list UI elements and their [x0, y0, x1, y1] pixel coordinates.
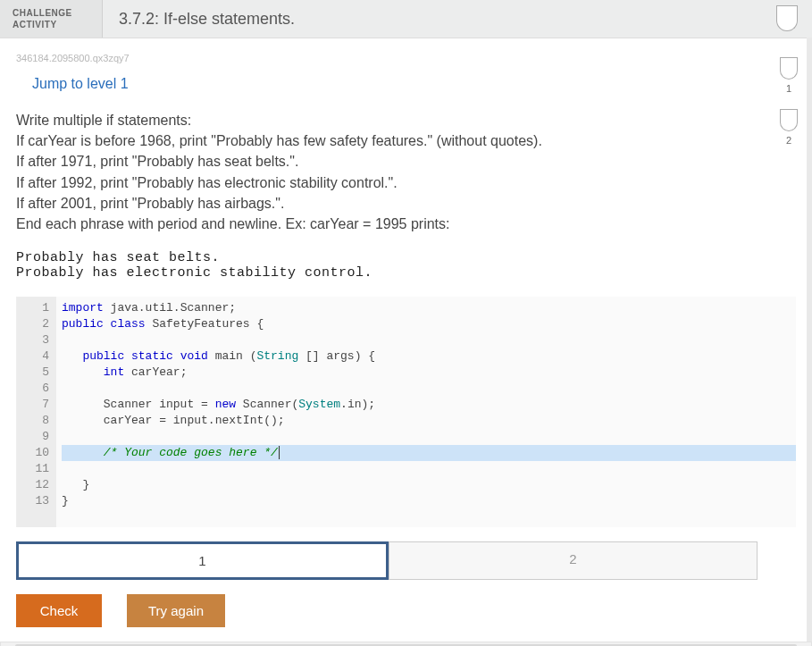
code-line[interactable]: [62, 381, 796, 397]
challenge-activity-label: CHALLENGE ACTIVITY: [0, 0, 103, 38]
label-line2: ACTIVITY: [13, 19, 89, 30]
step-tab-1[interactable]: 1: [16, 541, 389, 580]
level-2-badge[interactable]: 2: [780, 110, 798, 146]
line-gutter: 1 2 3 4 5 6 7 8 9 10 11 12 13: [17, 297, 56, 527]
content-area: 346184.2095800.qx3zqy7 Jump to level 1 1…: [0, 38, 812, 627]
prompt-line: If after 2001, print "Probably has airba…: [16, 193, 751, 214]
code-line-highlighted[interactable]: /* Your code goes here */: [62, 445, 796, 461]
lineno: 11: [24, 461, 49, 477]
lineno: 9: [24, 429, 49, 445]
code-line[interactable]: [62, 429, 796, 445]
code-editor[interactable]: 1 2 3 4 5 6 7 8 9 10 11 12 13 import jav…: [16, 297, 796, 527]
level-1-label: 1: [780, 83, 798, 94]
code-line[interactable]: public class SafetyFeatures {: [62, 316, 796, 332]
lineno: 5: [24, 365, 49, 381]
lineno: 1: [24, 300, 49, 316]
check-button[interactable]: Check: [16, 594, 102, 627]
prompt-line: End each phrase with period and newline.…: [16, 214, 751, 234]
prompt-line: If after 1971, print "Probably has seat …: [16, 151, 751, 172]
example-output: Probably has seat belts. Probably has el…: [16, 250, 796, 281]
prompt-text: Write multiple if statements: If carYear…: [16, 110, 796, 234]
shield-icon: [780, 110, 798, 131]
code-line[interactable]: }: [62, 477, 796, 493]
label-line1: CHALLENGE: [13, 7, 89, 19]
code-line[interactable]: int carYear;: [62, 365, 796, 381]
step-tab-2[interactable]: 2: [389, 541, 758, 580]
code-lines[interactable]: import java.util.Scanner; public class S…: [56, 297, 796, 527]
code-line[interactable]: import java.util.Scanner;: [62, 300, 796, 316]
question-id: 346184.2095800.qx3zqy7: [16, 53, 796, 63]
prompt-line: Write multiple if statements:: [16, 110, 751, 130]
jump-to-level-link[interactable]: Jump to level 1: [32, 76, 129, 92]
try-again-button[interactable]: Try again: [127, 594, 225, 627]
lineno: 13: [24, 493, 49, 509]
header-bar: CHALLENGE ACTIVITY 3.7.2: If-else statem…: [0, 0, 812, 38]
horizontal-scrollbar[interactable]: ◀ ▶: [0, 642, 812, 646]
activity-title: 3.7.2: If-else statements.: [103, 10, 776, 29]
level-badges: 1 2: [780, 58, 798, 146]
prompt-line: If carYear is before 1968, print "Probab…: [16, 130, 751, 151]
lineno: 8: [24, 413, 49, 429]
action-buttons: Check Try again: [16, 594, 796, 627]
shield-icon: [780, 58, 798, 80]
code-line[interactable]: [62, 332, 796, 348]
prompt-line: If after 1992, print "Probably has elect…: [16, 172, 751, 193]
code-line[interactable]: public static void main (String [] args)…: [62, 348, 796, 365]
scroll-right-icon[interactable]: ▶: [797, 642, 811, 646]
scroll-left-icon[interactable]: ◀: [1, 642, 15, 646]
lineno: 3: [24, 332, 49, 348]
lineno: 7: [24, 397, 49, 413]
level-2-label: 2: [780, 135, 798, 146]
code-line[interactable]: carYear = input.nextInt();: [62, 413, 796, 429]
lineno: 6: [24, 381, 49, 397]
lineno: 12: [24, 477, 49, 493]
code-line[interactable]: Scanner input = new Scanner(System.in);: [62, 397, 796, 413]
header-shield-icon: [776, 6, 798, 31]
level-1-badge[interactable]: 1: [780, 58, 798, 94]
code-line[interactable]: }: [62, 493, 796, 509]
lineno: 10: [24, 445, 49, 461]
step-tabs: 1 2: [16, 541, 758, 580]
lineno: 2: [24, 316, 49, 332]
lineno: 4: [24, 348, 49, 365]
code-line[interactable]: [62, 461, 796, 477]
